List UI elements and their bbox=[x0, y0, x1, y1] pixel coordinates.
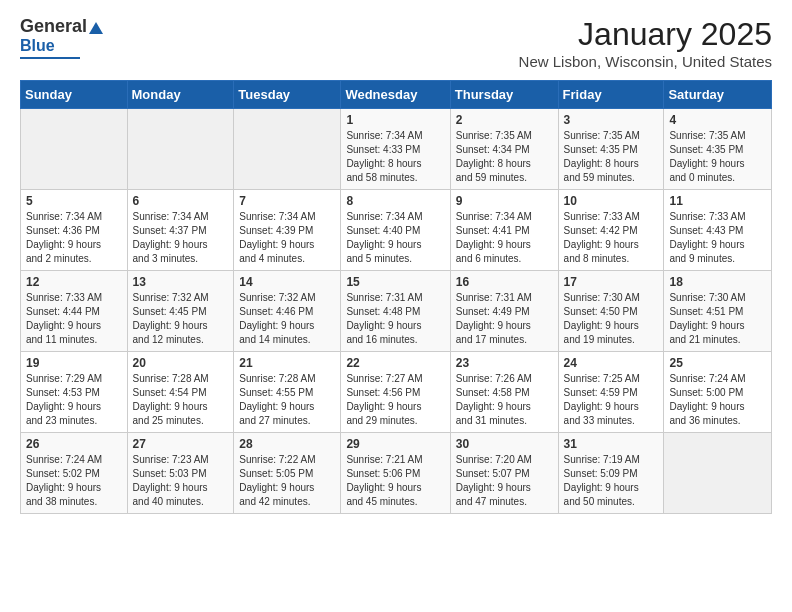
day-info: Sunrise: 7:20 AM Sunset: 5:07 PM Dayligh… bbox=[456, 453, 553, 509]
calendar-week-row: 5Sunrise: 7:34 AM Sunset: 4:36 PM Daylig… bbox=[21, 190, 772, 271]
calendar-day-cell: 4Sunrise: 7:35 AM Sunset: 4:35 PM Daylig… bbox=[664, 109, 772, 190]
day-number: 29 bbox=[346, 437, 444, 451]
day-info: Sunrise: 7:35 AM Sunset: 4:35 PM Dayligh… bbox=[669, 129, 766, 185]
day-info: Sunrise: 7:27 AM Sunset: 4:56 PM Dayligh… bbox=[346, 372, 444, 428]
logo-underline bbox=[20, 57, 80, 59]
day-number: 28 bbox=[239, 437, 335, 451]
weekday-header: Sunday bbox=[21, 81, 128, 109]
day-number: 20 bbox=[133, 356, 229, 370]
day-info: Sunrise: 7:24 AM Sunset: 5:00 PM Dayligh… bbox=[669, 372, 766, 428]
calendar-week-row: 19Sunrise: 7:29 AM Sunset: 4:53 PM Dayli… bbox=[21, 352, 772, 433]
day-number: 5 bbox=[26, 194, 122, 208]
calendar-day-cell bbox=[21, 109, 128, 190]
day-info: Sunrise: 7:35 AM Sunset: 4:34 PM Dayligh… bbox=[456, 129, 553, 185]
calendar-day-cell: 24Sunrise: 7:25 AM Sunset: 4:59 PM Dayli… bbox=[558, 352, 664, 433]
calendar-day-cell bbox=[664, 433, 772, 514]
weekday-header: Monday bbox=[127, 81, 234, 109]
day-number: 6 bbox=[133, 194, 229, 208]
day-number: 19 bbox=[26, 356, 122, 370]
calendar-week-row: 1Sunrise: 7:34 AM Sunset: 4:33 PM Daylig… bbox=[21, 109, 772, 190]
day-info: Sunrise: 7:33 AM Sunset: 4:43 PM Dayligh… bbox=[669, 210, 766, 266]
calendar-day-cell: 12Sunrise: 7:33 AM Sunset: 4:44 PM Dayli… bbox=[21, 271, 128, 352]
calendar-day-cell: 15Sunrise: 7:31 AM Sunset: 4:48 PM Dayli… bbox=[341, 271, 450, 352]
calendar-day-cell: 13Sunrise: 7:32 AM Sunset: 4:45 PM Dayli… bbox=[127, 271, 234, 352]
day-number: 23 bbox=[456, 356, 553, 370]
day-number: 10 bbox=[564, 194, 659, 208]
day-number: 3 bbox=[564, 113, 659, 127]
calendar-day-cell: 21Sunrise: 7:28 AM Sunset: 4:55 PM Dayli… bbox=[234, 352, 341, 433]
calendar-day-cell: 17Sunrise: 7:30 AM Sunset: 4:50 PM Dayli… bbox=[558, 271, 664, 352]
calendar-day-cell: 22Sunrise: 7:27 AM Sunset: 4:56 PM Dayli… bbox=[341, 352, 450, 433]
day-number: 21 bbox=[239, 356, 335, 370]
day-info: Sunrise: 7:35 AM Sunset: 4:35 PM Dayligh… bbox=[564, 129, 659, 185]
calendar-day-cell: 9Sunrise: 7:34 AM Sunset: 4:41 PM Daylig… bbox=[450, 190, 558, 271]
day-number: 17 bbox=[564, 275, 659, 289]
day-number: 7 bbox=[239, 194, 335, 208]
logo: General Blue bbox=[20, 16, 103, 59]
day-info: Sunrise: 7:26 AM Sunset: 4:58 PM Dayligh… bbox=[456, 372, 553, 428]
day-info: Sunrise: 7:19 AM Sunset: 5:09 PM Dayligh… bbox=[564, 453, 659, 509]
day-number: 25 bbox=[669, 356, 766, 370]
day-number: 26 bbox=[26, 437, 122, 451]
calendar-day-cell: 3Sunrise: 7:35 AM Sunset: 4:35 PM Daylig… bbox=[558, 109, 664, 190]
calendar-day-cell: 6Sunrise: 7:34 AM Sunset: 4:37 PM Daylig… bbox=[127, 190, 234, 271]
title-block: January 2025 New Lisbon, Wisconsin, Unit… bbox=[519, 16, 772, 70]
day-info: Sunrise: 7:34 AM Sunset: 4:36 PM Dayligh… bbox=[26, 210, 122, 266]
day-info: Sunrise: 7:34 AM Sunset: 4:37 PM Dayligh… bbox=[133, 210, 229, 266]
day-info: Sunrise: 7:31 AM Sunset: 4:48 PM Dayligh… bbox=[346, 291, 444, 347]
month-title: January 2025 bbox=[519, 16, 772, 53]
day-number: 9 bbox=[456, 194, 553, 208]
day-number: 13 bbox=[133, 275, 229, 289]
calendar-header-row: SundayMondayTuesdayWednesdayThursdayFrid… bbox=[21, 81, 772, 109]
logo-general-text: General bbox=[20, 16, 87, 37]
day-number: 31 bbox=[564, 437, 659, 451]
weekday-header: Thursday bbox=[450, 81, 558, 109]
calendar-week-row: 12Sunrise: 7:33 AM Sunset: 4:44 PM Dayli… bbox=[21, 271, 772, 352]
weekday-header: Friday bbox=[558, 81, 664, 109]
calendar-day-cell: 23Sunrise: 7:26 AM Sunset: 4:58 PM Dayli… bbox=[450, 352, 558, 433]
day-info: Sunrise: 7:34 AM Sunset: 4:41 PM Dayligh… bbox=[456, 210, 553, 266]
calendar-day-cell: 20Sunrise: 7:28 AM Sunset: 4:54 PM Dayli… bbox=[127, 352, 234, 433]
location-text: New Lisbon, Wisconsin, United States bbox=[519, 53, 772, 70]
day-number: 24 bbox=[564, 356, 659, 370]
calendar-day-cell: 25Sunrise: 7:24 AM Sunset: 5:00 PM Dayli… bbox=[664, 352, 772, 433]
day-number: 27 bbox=[133, 437, 229, 451]
weekday-header: Saturday bbox=[664, 81, 772, 109]
day-number: 22 bbox=[346, 356, 444, 370]
calendar-day-cell: 11Sunrise: 7:33 AM Sunset: 4:43 PM Dayli… bbox=[664, 190, 772, 271]
calendar-day-cell: 8Sunrise: 7:34 AM Sunset: 4:40 PM Daylig… bbox=[341, 190, 450, 271]
day-info: Sunrise: 7:32 AM Sunset: 4:45 PM Dayligh… bbox=[133, 291, 229, 347]
day-info: Sunrise: 7:25 AM Sunset: 4:59 PM Dayligh… bbox=[564, 372, 659, 428]
day-number: 18 bbox=[669, 275, 766, 289]
day-info: Sunrise: 7:22 AM Sunset: 5:05 PM Dayligh… bbox=[239, 453, 335, 509]
calendar-day-cell: 30Sunrise: 7:20 AM Sunset: 5:07 PM Dayli… bbox=[450, 433, 558, 514]
day-info: Sunrise: 7:21 AM Sunset: 5:06 PM Dayligh… bbox=[346, 453, 444, 509]
logo-triangle-icon bbox=[89, 22, 103, 34]
day-info: Sunrise: 7:33 AM Sunset: 4:42 PM Dayligh… bbox=[564, 210, 659, 266]
day-number: 16 bbox=[456, 275, 553, 289]
calendar-day-cell: 31Sunrise: 7:19 AM Sunset: 5:09 PM Dayli… bbox=[558, 433, 664, 514]
calendar-day-cell: 16Sunrise: 7:31 AM Sunset: 4:49 PM Dayli… bbox=[450, 271, 558, 352]
day-number: 15 bbox=[346, 275, 444, 289]
day-info: Sunrise: 7:29 AM Sunset: 4:53 PM Dayligh… bbox=[26, 372, 122, 428]
day-info: Sunrise: 7:34 AM Sunset: 4:40 PM Dayligh… bbox=[346, 210, 444, 266]
day-info: Sunrise: 7:30 AM Sunset: 4:50 PM Dayligh… bbox=[564, 291, 659, 347]
calendar-day-cell: 1Sunrise: 7:34 AM Sunset: 4:33 PM Daylig… bbox=[341, 109, 450, 190]
calendar-week-row: 26Sunrise: 7:24 AM Sunset: 5:02 PM Dayli… bbox=[21, 433, 772, 514]
day-info: Sunrise: 7:28 AM Sunset: 4:55 PM Dayligh… bbox=[239, 372, 335, 428]
calendar-day-cell: 10Sunrise: 7:33 AM Sunset: 4:42 PM Dayli… bbox=[558, 190, 664, 271]
day-number: 14 bbox=[239, 275, 335, 289]
day-info: Sunrise: 7:31 AM Sunset: 4:49 PM Dayligh… bbox=[456, 291, 553, 347]
day-info: Sunrise: 7:23 AM Sunset: 5:03 PM Dayligh… bbox=[133, 453, 229, 509]
day-info: Sunrise: 7:33 AM Sunset: 4:44 PM Dayligh… bbox=[26, 291, 122, 347]
calendar-day-cell bbox=[127, 109, 234, 190]
day-info: Sunrise: 7:28 AM Sunset: 4:54 PM Dayligh… bbox=[133, 372, 229, 428]
calendar-table: SundayMondayTuesdayWednesdayThursdayFrid… bbox=[20, 80, 772, 514]
calendar-day-cell: 27Sunrise: 7:23 AM Sunset: 5:03 PM Dayli… bbox=[127, 433, 234, 514]
weekday-header: Tuesday bbox=[234, 81, 341, 109]
calendar-day-cell: 28Sunrise: 7:22 AM Sunset: 5:05 PM Dayli… bbox=[234, 433, 341, 514]
day-info: Sunrise: 7:34 AM Sunset: 4:33 PM Dayligh… bbox=[346, 129, 444, 185]
day-info: Sunrise: 7:34 AM Sunset: 4:39 PM Dayligh… bbox=[239, 210, 335, 266]
page-header: General Blue January 2025 New Lisbon, Wi… bbox=[20, 16, 772, 70]
day-info: Sunrise: 7:24 AM Sunset: 5:02 PM Dayligh… bbox=[26, 453, 122, 509]
